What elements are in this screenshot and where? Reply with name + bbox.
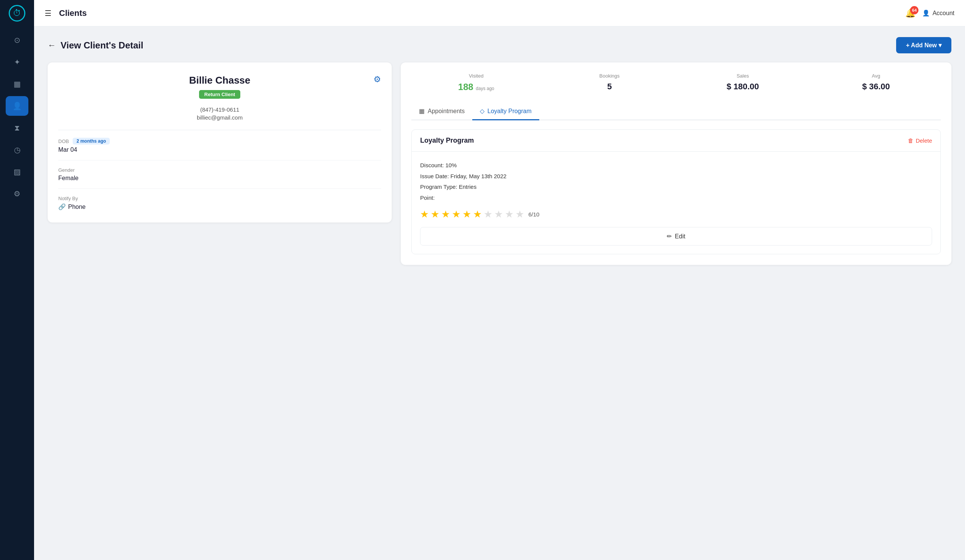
return-client-badge: Return Client [199,90,241,99]
header-title: Clients [59,8,905,18]
sidebar-nav: ⊙ ✦ ▦ 👤 ⧗ ◷ ▨ ⚙ [0,26,34,204]
client-card-header: Billie Chasse ⚙ [58,75,381,86]
page-header-left: ← View Client's Detail [48,40,144,51]
right-panel: Visited 188 days ago Bookings 5 Sales $ … [401,62,951,265]
menu-icon[interactable]: ☰ [45,9,51,18]
sales-label: Sales [678,73,808,79]
point-label: Point: [420,193,932,204]
star-7: ★ [484,209,492,220]
dob-row: DOB 2 months ago Mar 04 [58,138,381,160]
tab-loyalty-label: Loyalty Program [487,108,532,115]
notify-row: Notify By 🔗 Phone [58,196,381,211]
notify-value: 🔗 Phone [58,203,381,211]
star-count: 6/10 [528,211,539,217]
header: ☰ Clients 🔔 64 👤 Account [34,0,965,26]
main-area: ☰ Clients 🔔 64 👤 Account ← View Client's… [34,0,965,560]
sidebar-item-reports[interactable]: ▨ [6,162,28,181]
star-4: ★ [452,209,461,220]
delete-label: Delete [916,137,932,144]
delete-button[interactable]: 🗑 Delete [908,137,932,144]
star-10: ★ [515,209,524,220]
tab-loyalty[interactable]: ◇ Loyalty Program [472,103,539,120]
two-col-layout: Billie Chasse ⚙ Return Client (847)-419-… [48,62,951,265]
edit-button[interactable]: ✏ Edit [420,227,932,246]
discount-line: Discount: 10% [420,160,932,171]
loyalty-section-title: Loyalty Program [420,137,474,145]
client-phone: (847)-419-0611 [58,106,381,113]
sidebar-item-calendar[interactable]: ▦ [6,74,28,94]
avg-value: $ 36.00 [811,82,941,91]
add-new-button[interactable]: + Add New ▾ [896,37,951,53]
gear-icon: ⚙ [14,189,20,198]
loyalty-info: Discount: 10% Issue Date: Friday, May 13… [420,160,932,203]
clock-icon: ◷ [14,145,20,154]
stat-avg: Avg $ 36.00 [811,73,941,92]
header-right: 🔔 64 👤 Account [905,8,954,18]
stat-visited: Visited 188 days ago [411,73,541,92]
hourglass-icon: ⧗ [15,124,20,132]
star-6: ★ [473,209,482,220]
app-logo: ⏱ [9,5,25,21]
gender-value: Female [58,175,381,181]
sidebar-item-dashboard[interactable]: ⊙ [6,30,28,50]
bookings-value: 5 [545,82,674,91]
page-title: View Client's Detail [61,40,144,51]
star-icon: ✦ [14,57,20,67]
star-5: ★ [463,209,471,220]
sidebar-logo: ⏱ [0,0,34,26]
tab-appointments-label: Appointments [428,108,465,115]
account-icon: 👤 [922,10,930,16]
phone-icon: 🔗 [58,203,66,211]
star-8: ★ [494,209,503,220]
sidebar-item-settings[interactable]: ⚙ [6,184,28,204]
client-card: Billie Chasse ⚙ Return Client (847)-419-… [48,62,392,222]
visited-value: 188 days ago [411,82,541,92]
bookings-label: Bookings [545,73,674,79]
calendar-tab-icon: ▦ [419,108,425,115]
page-header: ← View Client's Detail + Add New ▾ [48,37,951,53]
tabs: ▦ Appointments ◇ Loyalty Program [411,103,941,120]
client-details: DOB 2 months ago Mar 04 Gender Female No… [58,130,381,211]
calendar-icon: ▦ [14,80,21,88]
back-button[interactable]: ← [48,41,56,50]
stats-row: Visited 188 days ago Bookings 5 Sales $ … [411,73,941,92]
stat-bookings: Bookings 5 [545,73,674,92]
visited-label: Visited [411,73,541,79]
stat-sales: Sales $ 180.00 [678,73,808,92]
avg-label: Avg [811,73,941,79]
sidebar-item-clients[interactable]: 👤 [6,96,28,116]
sidebar-item-hourglass[interactable]: ⧗ [6,118,28,138]
star-3: ★ [441,209,450,220]
client-email: billiec@gmail.com [58,114,381,121]
loyalty-section: Loyalty Program 🗑 Delete Discount: 10% I… [411,129,941,254]
star-1: ★ [420,209,429,220]
dob-label: DOB 2 months ago [58,138,381,145]
visited-suffix: days ago [476,86,494,91]
edit-label: Edit [675,233,685,240]
sidebar-item-clock[interactable]: ◷ [6,140,28,160]
gender-row: Gender Female [58,167,381,189]
stars-row: ★ ★ ★ ★ ★ ★ ★ ★ ★ ★ 6/10 [420,209,932,220]
gender-label: Gender [58,167,381,173]
notification-button[interactable]: 🔔 64 [905,8,916,18]
notification-badge: 64 [910,6,918,15]
client-info-center: Return Client (847)-419-0611 billiec@gma… [58,90,381,121]
notify-label: Notify By [58,196,381,201]
trash-icon: 🗑 [908,137,914,144]
dob-badge: 2 months ago [73,138,110,145]
loyalty-tab-icon: ◇ [480,108,484,115]
reports-icon: ▨ [14,167,21,176]
program-type-line: Program Type: Entries [420,181,932,193]
sidebar-item-favorites[interactable]: ✦ [6,52,28,72]
loyalty-header: Loyalty Program 🗑 Delete [412,130,940,152]
loyalty-body: Discount: 10% Issue Date: Friday, May 13… [412,152,940,254]
dashboard-icon: ⊙ [14,36,20,45]
edit-icon: ✏ [667,233,672,240]
client-settings-icon[interactable]: ⚙ [373,75,381,84]
sales-value: $ 180.00 [678,82,808,91]
account-button[interactable]: 👤 Account [922,10,954,16]
client-name: Billie Chasse [166,75,273,86]
sidebar: ⏱ ⊙ ✦ ▦ 👤 ⧗ ◷ ▨ ⚙ [0,0,34,560]
account-label: Account [932,10,954,16]
tab-appointments[interactable]: ▦ Appointments [411,103,472,120]
